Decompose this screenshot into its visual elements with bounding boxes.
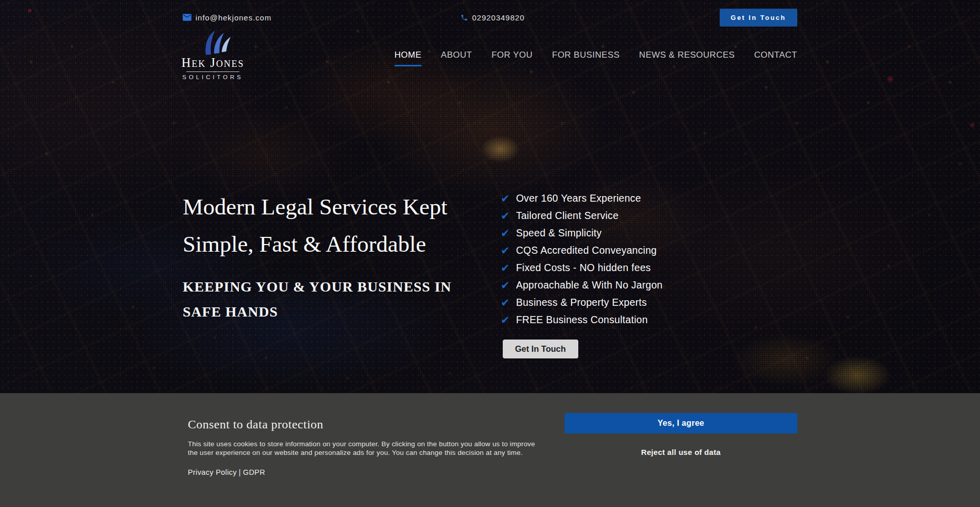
envelope-icon [183,14,191,21]
checklist-item-label: Fixed Costs - NO hidden fees [516,259,651,276]
check-icon: ✔ [501,311,510,329]
logo[interactable]: Hek Jones SOLICITORS [183,31,243,80]
cookie-consent-bar: Consent to data protection This site use… [0,393,980,507]
hero-section: info@hekjones.com 02920349820 Get In Tou… [0,0,980,393]
checklist-item: ✔FREE Business Consultation [501,311,797,328]
email-text: info@hekjones.com [195,13,272,22]
nav-item-about[interactable]: ABOUT [441,50,472,60]
hero-content: Modern Legal Services Kept Simple, Fast … [183,188,797,358]
hero-text-block: Modern Legal Services Kept Simple, Fast … [183,188,494,358]
logo-tagline: SOLICITORS [182,74,243,80]
checklist-item-label: Approachable & With No Jargon [516,276,663,294]
checklist-item-label: CQS Accredited Conveyancing [516,242,657,259]
get-in-touch-button-hero[interactable]: Get In Touch [503,340,578,358]
top-contact-bar: info@hekjones.com 02920349820 Get In Tou… [183,0,797,27]
checklist-item: ✔Over 160 Years Experience [501,189,797,207]
hero-subtitle: KEEPING YOU & YOUR BUSINESS IN SAFE HAND… [183,274,494,324]
checklist-item-label: Over 160 Years Experience [516,189,641,207]
checklist-item: ✔Speed & Simplicity [501,224,797,242]
hero-subtitle-line1: KEEPING YOU & YOUR BUSINESS IN [183,274,494,299]
cookie-text-block: Consent to data protection This site use… [188,413,545,476]
active-nav-underline [395,65,422,66]
cookie-heading: Consent to data protection [188,418,545,431]
nav-item-news-resources[interactable]: NEWS & RESOURCES [639,50,734,60]
check-icon: ✔ [501,242,510,259]
link-separator: | [239,468,241,476]
checklist-item-label: Tailored Client Service [516,207,619,224]
cookie-actions: Yes, I agree Reject all use of data [565,413,797,476]
reject-cookies-button[interactable]: Reject all use of data [641,448,721,456]
checklist-item: ✔Tailored Client Service [501,207,797,224]
check-icon: ✔ [501,294,510,311]
email-link[interactable]: info@hekjones.com [183,13,272,22]
check-icon: ✔ [501,190,510,207]
accept-cookies-button[interactable]: Yes, I agree [565,413,797,433]
cookie-body-text: This site uses cookies to store informat… [188,440,539,457]
logo-swoosh-icon [198,31,235,57]
checklist-item-label: Business & Property Experts [516,294,647,311]
gdpr-link[interactable]: GDPR [243,468,265,476]
checklist-item: ✔Approachable & With No Jargon [501,276,797,294]
get-in-touch-button-top[interactable]: Get In Touch [720,9,797,27]
privacy-policy-link[interactable]: Privacy Policy [188,468,237,476]
hero-subtitle-line2: SAFE HANDS [183,299,494,324]
hero-checklist-block: ✔Over 160 Years Experience ✔Tailored Cli… [501,189,797,358]
nav-item-home[interactable]: HOME [395,50,422,66]
cookie-links: Privacy Policy|GDPR [188,468,545,476]
hero-title-line2: Simple, Fast & Affordable [183,226,494,263]
logo-name: Hek Jones [181,56,244,69]
checklist-item: ✔Business & Property Experts [501,294,797,311]
benefits-checklist: ✔Over 160 Years Experience ✔Tailored Cli… [501,189,797,328]
phone-link[interactable]: 02920349820 [460,13,525,22]
check-icon: ✔ [501,207,510,225]
check-icon: ✔ [501,225,510,242]
hero-title: Modern Legal Services Kept Simple, Fast … [183,188,494,263]
nav-item-home-label: HOME [395,50,422,60]
hero-title-line1: Modern Legal Services Kept [183,188,494,226]
nav-item-contact[interactable]: CONTACT [754,50,797,60]
checklist-item-label: FREE Business Consultation [516,311,648,328]
phone-text: 02920349820 [472,13,525,22]
checklist-item: ✔CQS Accredited Conveyancing [501,242,797,259]
checklist-item-label: Speed & Simplicity [516,224,602,242]
checklist-item: ✔Fixed Costs - NO hidden fees [501,259,797,276]
navbar: Hek Jones SOLICITORS HOME ABOUT FOR YOU … [183,31,797,80]
main-menu: HOME ABOUT FOR YOU FOR BUSINESS NEWS & R… [395,50,797,66]
check-icon: ✔ [501,277,510,294]
check-icon: ✔ [501,259,510,277]
nav-item-for-business[interactable]: FOR BUSINESS [552,50,620,60]
page: info@hekjones.com 02920349820 Get In Tou… [0,0,980,507]
phone-icon [460,14,468,21]
nav-item-for-you[interactable]: FOR YOU [492,50,533,60]
logo-divider [186,71,239,72]
